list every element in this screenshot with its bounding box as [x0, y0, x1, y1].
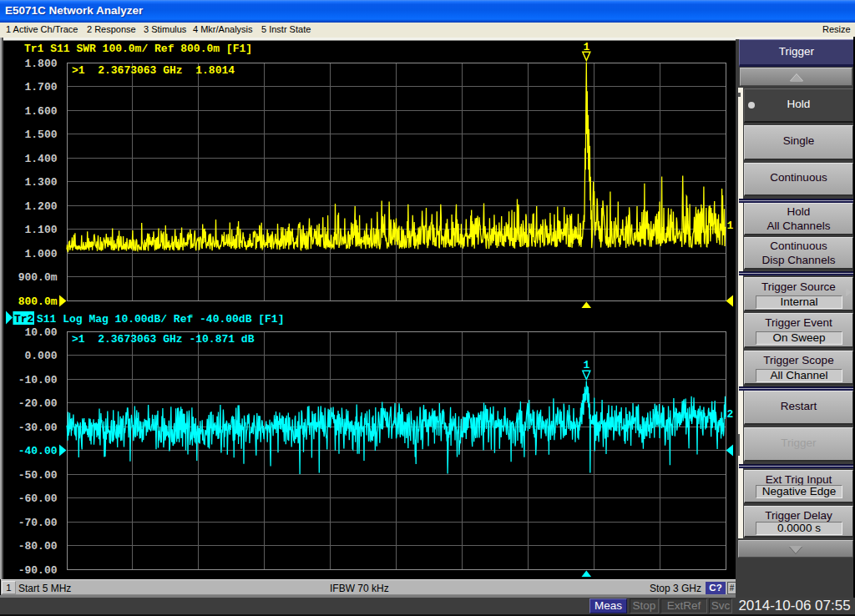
- svg-text:-40.00: -40.00: [18, 445, 58, 457]
- svg-text:-70.00: -70.00: [18, 517, 58, 529]
- svg-text:1.000: 1.000: [24, 248, 57, 260]
- svg-text:1.400: 1.400: [24, 153, 57, 165]
- svg-text:1.100: 1.100: [24, 224, 57, 236]
- svg-text:1: 1: [583, 359, 589, 371]
- svg-text:1.600: 1.600: [24, 105, 57, 118]
- svg-text:1.800: 1.800: [24, 58, 57, 70]
- svg-text:-20.00: -20.00: [18, 397, 58, 410]
- svg-text:1.500: 1.500: [24, 129, 57, 141]
- svg-text:-60.00: -60.00: [18, 492, 58, 505]
- svg-text:-50.00: -50.00: [18, 469, 58, 482]
- svg-text:1: 1: [583, 41, 589, 53]
- svg-text:800.0m: 800.0m: [18, 295, 58, 308]
- svg-text:-90.00: -90.00: [18, 564, 58, 577]
- svg-text:1.300: 1.300: [24, 176, 57, 189]
- svg-text:-30.00: -30.00: [18, 422, 58, 434]
- svg-text:>1 2.3673063 GHz -10.871 dB: >1 2.3673063 GHz -10.871 dB: [72, 333, 255, 346]
- svg-text:Tr2: Tr2: [14, 313, 34, 326]
- svg-text:-80.00: -80.00: [18, 540, 58, 553]
- svg-text:1.200: 1.200: [24, 200, 57, 213]
- svg-text:1: 1: [727, 220, 734, 232]
- svg-text:-10.00: -10.00: [18, 374, 58, 386]
- svg-text:>1 2.3673063 GHz 1.8014: >1 2.3673063 GHz 1.8014: [72, 64, 235, 77]
- svg-text:0.000: 0.000: [24, 350, 57, 362]
- svg-text:1.700: 1.700: [24, 81, 57, 93]
- svg-text:900.0m: 900.0m: [18, 271, 58, 284]
- svg-text:Tr1 S11 SWR 100.0m/ Ref 800.0m: Tr1 S11 SWR 100.0m/ Ref 800.0m [F1]: [24, 43, 252, 55]
- svg-text:2: 2: [727, 408, 734, 421]
- svg-text:S11 Log Mag 10.00dB/ Ref -40.0: S11 Log Mag 10.00dB/ Ref -40.00dB [F1]: [37, 313, 284, 326]
- svg-text:10.00: 10.00: [24, 326, 57, 339]
